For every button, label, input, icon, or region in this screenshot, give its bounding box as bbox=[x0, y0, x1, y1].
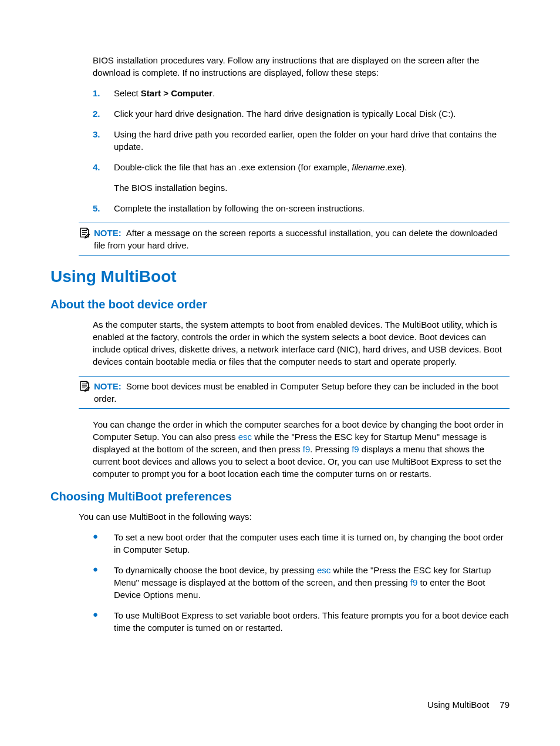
note-text: NOTE:Some boot devices must be enabled i… bbox=[94, 380, 510, 405]
bullet-icon: ● bbox=[93, 531, 114, 542]
note-block: NOTE:Some boot devices must be enabled i… bbox=[79, 376, 510, 409]
preferences-list: ● To set a new boot order that the compu… bbox=[93, 531, 510, 634]
step-number: 2. bbox=[93, 107, 114, 120]
list-item: ● To use MultiBoot Express to set variab… bbox=[93, 609, 510, 634]
heading-choosing-preferences: Choosing MultiBoot preferences bbox=[50, 488, 510, 505]
heading-about-boot-order: About the boot device order bbox=[50, 296, 510, 312]
boot-order-paragraph: As the computer starts, the system attem… bbox=[93, 318, 510, 368]
key-esc: esc bbox=[238, 432, 252, 442]
step-text: Using the hard drive path you recorded e… bbox=[114, 128, 510, 153]
step-5: 5. Complete the installation by followin… bbox=[93, 202, 510, 214]
list-text: To dynamically choose the boot device, b… bbox=[114, 564, 510, 601]
key-esc: esc bbox=[317, 565, 330, 575]
bullet-icon: ● bbox=[93, 609, 114, 620]
key-f9: f9 bbox=[352, 444, 359, 454]
page-footer: Using MultiBoot 79 bbox=[427, 698, 510, 711]
list-text: To use MultiBoot Express to set variable… bbox=[114, 609, 510, 634]
step-text: Complete the installation by following t… bbox=[114, 202, 510, 214]
note-icon bbox=[79, 227, 92, 238]
step-text: Select Start > Computer. bbox=[114, 87, 510, 99]
key-f9: f9 bbox=[303, 444, 311, 454]
intro-paragraph: BIOS installation procedures vary. Follo… bbox=[93, 54, 510, 79]
note-block: NOTE:After a message on the screen repor… bbox=[79, 223, 510, 256]
step-number: 4. bbox=[93, 161, 114, 173]
heading-using-multiboot: Using MultiBoot bbox=[50, 265, 510, 288]
key-f9: f9 bbox=[410, 577, 418, 587]
page-number: 79 bbox=[500, 700, 510, 710]
note-icon bbox=[79, 380, 92, 392]
list-item: ● To set a new boot order that the compu… bbox=[93, 531, 510, 556]
bullet-icon: ● bbox=[93, 564, 114, 574]
step-subtext: The BIOS installation begins. bbox=[114, 182, 510, 194]
step-3: 3. Using the hard drive path you recorde… bbox=[93, 128, 510, 153]
step-number: 1. bbox=[93, 87, 114, 99]
preferences-intro: You can use MultiBoot in the following w… bbox=[79, 510, 510, 523]
steps-list: 1. Select Start > Computer. 2. Click you… bbox=[93, 87, 510, 214]
list-text: To set a new boot order that the compute… bbox=[114, 531, 510, 556]
step-number: 3. bbox=[93, 128, 114, 140]
step-1: 1. Select Start > Computer. bbox=[93, 87, 510, 99]
step-number: 5. bbox=[93, 202, 114, 214]
note-text: NOTE:After a message on the screen repor… bbox=[94, 227, 510, 251]
step-text: Double-click the file that has an .exe e… bbox=[114, 161, 510, 194]
change-order-paragraph: You can change the order in which the co… bbox=[93, 418, 510, 480]
step-4: 4. Double-click the file that has an .ex… bbox=[93, 161, 510, 194]
footer-section: Using MultiBoot bbox=[427, 700, 489, 710]
list-item: ● To dynamically choose the boot device,… bbox=[93, 564, 510, 601]
step-2: 2. Click your hard drive designation. Th… bbox=[93, 107, 510, 120]
step-text: Click your hard drive designation. The h… bbox=[114, 107, 510, 120]
